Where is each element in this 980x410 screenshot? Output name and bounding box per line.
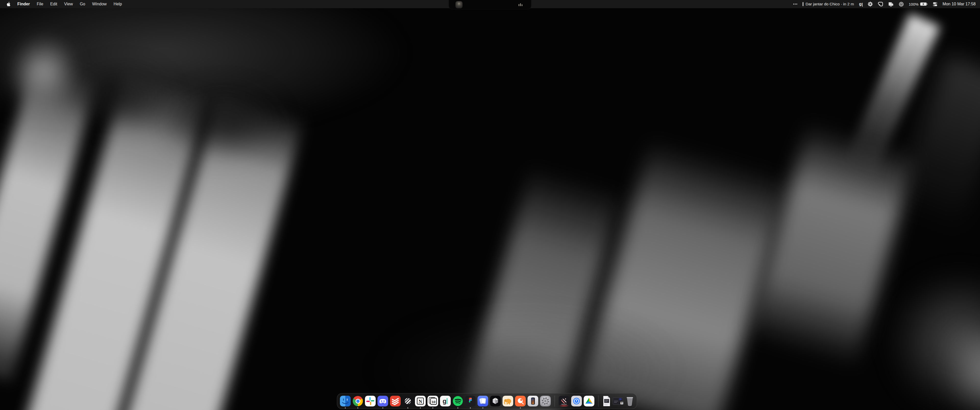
iphone-mirroring-icon — [528, 396, 538, 407]
dock-item-google-drive[interactable] — [584, 396, 594, 407]
dock-item-iphone-mirroring[interactable] — [528, 396, 538, 407]
notion-letter: N — [418, 399, 422, 404]
apple-logo-icon — [6, 2, 11, 6]
wallpaper-streak — [66, 61, 176, 133]
paste-icon — [477, 396, 488, 407]
display-mirroring-icon[interactable] — [888, 2, 894, 6]
notch-media-island[interactable] — [449, 0, 531, 10]
running-indicator — [345, 407, 346, 408]
running-indicator — [432, 407, 433, 408]
menu-bar-status-area: Dar jantar do Chico · in 2 m g — [793, 2, 980, 6]
ivory-mammoth-icon — [503, 396, 513, 407]
postman-icon — [515, 396, 526, 407]
desktop-wallpaper — [0, 0, 980, 410]
calendar-color-bar-icon — [803, 2, 803, 6]
dock-item-postman[interactable] — [515, 396, 526, 407]
linear-icon — [402, 396, 413, 407]
battery-status[interactable]: 100% — [909, 2, 928, 6]
discord-icon — [377, 396, 388, 407]
menu-window[interactable]: Window — [92, 2, 107, 6]
dock-item-finder[interactable] — [340, 396, 351, 407]
badge-number: 11 — [621, 402, 623, 404]
menu-go[interactable]: Go — [80, 2, 85, 6]
notion-calendar-icon: 10 — [428, 396, 438, 407]
minimized-window-thumbnail: 11 — [613, 397, 623, 405]
wallpaper-streak — [163, 84, 286, 161]
dock-item-document-file[interactable] — [602, 396, 611, 407]
grammarly-dock-icon: g — [440, 396, 451, 407]
notion-calendar-number: 10 — [431, 400, 435, 404]
running-indicator — [482, 407, 484, 408]
menu-finder[interactable]: Finder — [18, 2, 30, 6]
dock-item-1password[interactable] — [571, 396, 582, 407]
cube-3d-icon — [490, 396, 501, 407]
dock-item-notion-calendar[interactable]: 10 — [428, 396, 438, 407]
running-indicator — [407, 407, 408, 408]
macos-desktop: { "wallpaper": { "description": "black a… — [0, 0, 980, 410]
dock-item-discord[interactable] — [377, 396, 388, 407]
running-indicator — [382, 407, 383, 408]
dock-item-ivory[interactable] — [503, 396, 513, 407]
capture-icon[interactable] — [878, 2, 883, 6]
google-drive-icon — [584, 396, 594, 407]
dock-item-slack[interactable] — [365, 396, 375, 407]
dock-divider — [598, 396, 598, 407]
raycast-icon: raycast — [558, 396, 570, 407]
slack-icon — [365, 396, 375, 407]
menu-bar-clock[interactable]: Mon 10 Mar 17:58 — [942, 2, 976, 6]
finder-icon — [340, 396, 351, 407]
dock-item-trash[interactable] — [625, 396, 634, 407]
dock: N 10 g — [337, 393, 637, 409]
menu-edit[interactable]: Edit — [50, 2, 57, 6]
calendar-event-title: Dar jantar do Chico · in 2 m — [806, 2, 854, 6]
audio-visualizer-icon — [519, 3, 523, 6]
dock-item-cube-3d-app[interactable] — [490, 396, 501, 407]
dock-item-paste[interactable] — [477, 396, 488, 407]
overflow-ellipsis-icon[interactable] — [793, 3, 797, 5]
grammarly-cursor — [862, 3, 862, 6]
dock-item-chrome[interactable] — [352, 396, 363, 407]
running-indicator — [457, 407, 458, 408]
running-indicator — [470, 407, 471, 408]
1password-menubar-icon[interactable] — [899, 2, 904, 6]
calendar-event-item[interactable]: Dar jantar do Chico · in 2 m — [803, 2, 854, 6]
control-center-icon[interactable] — [933, 2, 937, 6]
menu-view[interactable]: View — [64, 2, 73, 6]
chrome-icon — [353, 396, 363, 406]
dock-item-raycast[interactable]: raycast — [558, 396, 570, 407]
spotify-icon — [452, 396, 463, 407]
notion-icon: N — [415, 396, 426, 407]
wallpaper-streak — [944, 321, 980, 410]
running-indicator — [520, 407, 521, 408]
grammarly-dock-letter: g — [442, 397, 446, 405]
grammarly-icon[interactable]: g — [859, 2, 862, 6]
dock-item-system-settings[interactable] — [540, 396, 551, 407]
dock-item-spotify[interactable] — [452, 396, 463, 407]
dock-item-todoist[interactable] — [390, 396, 401, 407]
dock-item-figma[interactable] — [465, 396, 476, 407]
figma-icon — [465, 396, 476, 407]
dock-item-minimized-window[interactable]: 11 — [613, 396, 624, 407]
flower-icon[interactable] — [868, 2, 873, 6]
battery-percent: 100% — [909, 2, 918, 6]
dock-item-grammarly[interactable]: g — [440, 396, 451, 407]
dock-item-linear[interactable] — [402, 396, 413, 407]
battery-charging-icon — [920, 2, 928, 6]
now-playing-album-art[interactable] — [455, 1, 463, 8]
dock-item-notion[interactable]: N — [415, 396, 426, 407]
menu-bar-left: Finder File Edit View Go Window Help — [0, 2, 122, 6]
document-file-icon — [603, 396, 611, 407]
running-indicator — [420, 407, 421, 408]
apple-menu[interactable] — [6, 2, 11, 6]
1password-icon — [571, 396, 582, 407]
menu-file[interactable]: File — [37, 2, 43, 6]
running-indicator — [357, 407, 358, 408]
minimized-window-app-badge: 11 — [620, 401, 624, 405]
trash-icon — [625, 396, 635, 407]
todoist-icon — [390, 396, 401, 407]
system-settings-gear-icon — [540, 396, 551, 407]
menu-help[interactable]: Help — [114, 2, 122, 6]
grammarly-letter: g — [859, 2, 862, 6]
